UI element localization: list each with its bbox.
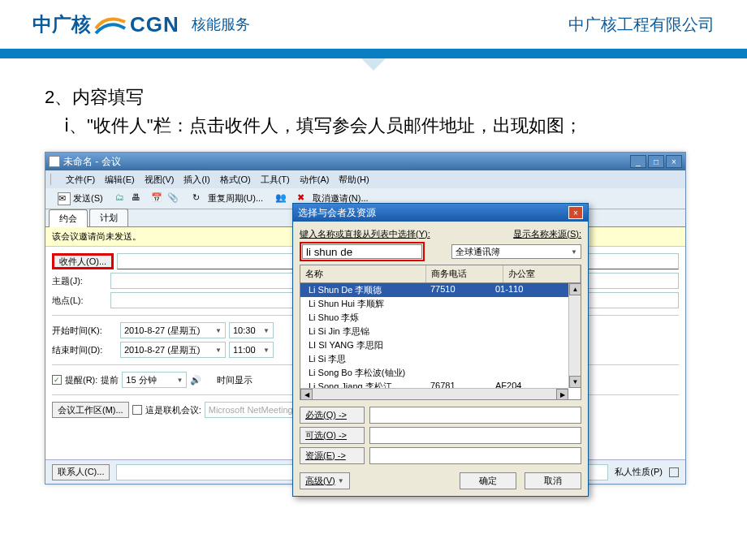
ok-button[interactable]: 确定 [460, 472, 516, 489]
workspace-button[interactable]: 会议工作区(M)... [52, 402, 129, 418]
horizontal-scrollbar[interactable]: ◀ ▶ [300, 388, 568, 399]
end-time-label: 结束时间(D): [52, 344, 117, 356]
instruction-line2: ⅰ、"收件人"栏：点击收件人，填写参会人员邮件地址，出现如图； [45, 111, 702, 140]
reminder-pre: 提前 [101, 374, 119, 386]
send-button[interactable]: ✉发送(S) [52, 190, 109, 208]
search-input[interactable] [302, 244, 422, 259]
list-item[interactable]: Li Si 李思 [300, 352, 581, 366]
logo-swoosh-icon [94, 12, 127, 37]
list-item[interactable]: Li Shun Hui 李顺辉 [300, 297, 581, 311]
source-label: 显示名称来源(S): [513, 228, 581, 240]
private-label: 私人性质(P) [615, 466, 663, 478]
sound-icon[interactable]: 🔊 [190, 375, 201, 386]
tab-schedule[interactable]: 计划 [89, 209, 128, 226]
chevron-down-icon: ▼ [215, 347, 222, 354]
calendar-icon[interactable]: 📅 [151, 192, 164, 205]
menu-help[interactable]: 帮助(H) [335, 172, 372, 187]
page-header: 中广核 CGN 核能服务 中广核工程有限公司 [0, 0, 747, 49]
source-select[interactable]: 全球通讯簿▼ [451, 244, 581, 259]
start-time-combo[interactable]: 10:30▼ [229, 322, 274, 338]
titlebar[interactable]: 未命名 - 会议 _ □ × [45, 153, 685, 170]
resource-button[interactable]: 资源(E) -> [300, 447, 365, 464]
maximize-button[interactable]: □ [648, 155, 664, 168]
contacts-listbox[interactable]: Li Shun De 李顺德7751001-110Li Shun Hui 李顺辉… [300, 282, 581, 400]
select-attendees-dialog: 选择与会者及资源 × 键入名称或直接从列表中选择(Y): 显示名称来源(S): … [292, 203, 589, 497]
menu-edit[interactable]: 编辑(E) [101, 172, 138, 187]
dialog-close-button[interactable]: × [568, 206, 583, 219]
menu-tools[interactable]: 工具(T) [257, 172, 293, 187]
cancel-button[interactable]: 取消 [525, 472, 581, 489]
scroll-right-button[interactable]: ▶ [556, 389, 568, 400]
col-phone[interactable]: 商务电话 [426, 265, 503, 282]
recurrence-button[interactable]: ↻重复周期(U)... [187, 190, 269, 208]
scroll-up-button[interactable]: ▲ [569, 283, 581, 295]
close-button[interactable]: × [666, 155, 682, 168]
dialog-titlebar[interactable]: 选择与会者及资源 × [293, 204, 588, 222]
advanced-button[interactable]: 高级(V) ▼ [300, 472, 350, 489]
tab-appointment[interactable]: 约会 [49, 209, 88, 227]
logo-english: CGN [130, 12, 179, 37]
logo-chinese: 中广核 [32, 11, 91, 37]
reminder-combo[interactable]: 15 分钟▼ [122, 372, 187, 388]
optional-button[interactable]: 可选(O) -> [300, 427, 365, 444]
invite-icon[interactable]: 👥 [275, 192, 288, 205]
minimize-button[interactable]: _ [630, 155, 646, 168]
resource-input[interactable] [369, 447, 581, 464]
window-title: 未命名 - 会议 [63, 155, 121, 169]
menu-format[interactable]: 格式(O) [217, 172, 254, 187]
list-item[interactable]: Li Shuo 李烁 [300, 311, 581, 325]
company-name: 中广核工程有限公司 [568, 14, 715, 36]
print-icon[interactable]: 🖶 [132, 192, 145, 205]
list-header: 名称 商务电话 办公室 [300, 265, 581, 282]
scroll-down-button[interactable]: ▼ [569, 376, 581, 388]
required-input[interactable] [369, 407, 581, 424]
window-icon [49, 156, 60, 167]
vertical-scrollbar[interactable]: ▲ ▼ [568, 283, 581, 388]
col-office[interactable]: 办公室 [503, 265, 581, 282]
search-label: 键入名称或直接从列表中选择(Y): [300, 228, 430, 240]
private-checkbox[interactable] [669, 467, 679, 477]
location-label: 地点(L): [52, 295, 107, 307]
subject-label: 主题(J): [52, 275, 107, 287]
reminder-label: 提醒(R): [65, 374, 97, 386]
chevron-down-icon: ▼ [176, 377, 183, 384]
attach-icon[interactable]: 📎 [167, 192, 180, 205]
end-time-combo[interactable]: 11:00▼ [229, 342, 274, 358]
instruction-text: 2、内容填写 ⅰ、"收件人"栏：点击收件人，填写参会人员邮件地址，出现如图； [0, 58, 747, 152]
time-display-label: 时间显示 [217, 374, 253, 386]
recurrence-icon: ↻ [192, 192, 205, 205]
menu-insert[interactable]: 插入(I) [180, 172, 213, 187]
optional-input[interactable] [369, 427, 581, 444]
list-item[interactable]: Li Si Jin 李思锦 [300, 325, 581, 338]
chevron-down-icon: ▼ [263, 327, 270, 334]
scroll-left-button[interactable]: ◀ [300, 389, 313, 400]
send-icon: ✉ [58, 192, 71, 205]
logo-subtitle: 核能服务 [192, 15, 250, 34]
header-divider [0, 49, 747, 58]
reminder-checkbox[interactable]: ✓ [52, 375, 62, 385]
start-time-label: 开始时间(K): [52, 325, 117, 337]
list-item[interactable]: Li Shun De 李顺德7751001-110 [300, 283, 581, 297]
accounts-icon[interactable]: 🗂 [115, 192, 128, 205]
required-button[interactable]: 必选(Q) -> [300, 407, 365, 424]
menubar: 文件(F) 编辑(E) 视图(V) 插入(I) 格式(O) 工具(T) 动作(A… [45, 170, 685, 188]
dialog-title: 选择与会者及资源 [298, 206, 376, 220]
start-date-combo[interactable]: 2010-8-27 (星期五)▼ [120, 322, 226, 338]
menu-actions[interactable]: 动作(A) [296, 172, 333, 187]
chevron-down-icon: ▼ [338, 477, 344, 485]
list-item[interactable]: LI SI YANG 李思阳 [300, 338, 581, 352]
list-item[interactable]: Li Song Bo 李松波(铀业) [300, 366, 581, 380]
end-date-combo[interactable]: 2010-8-27 (星期五)▼ [120, 342, 226, 358]
search-highlight [300, 242, 425, 261]
menu-view[interactable]: 视图(V) [141, 172, 178, 187]
online-label: 這是联机会议: [145, 404, 201, 416]
chevron-down-icon: ▼ [215, 327, 222, 334]
recipient-button[interactable]: 收件人(O)... [52, 253, 114, 269]
contacts-button[interactable]: 联系人(C)... [52, 464, 110, 480]
instruction-line1: 2、内容填写 [45, 83, 702, 111]
col-name[interactable]: 名称 [300, 265, 426, 282]
online-checkbox[interactable] [132, 405, 142, 415]
menu-file[interactable]: 文件(F) [63, 172, 98, 187]
chevron-down-icon: ▼ [571, 248, 577, 256]
chevron-down-icon: ▼ [263, 347, 270, 354]
